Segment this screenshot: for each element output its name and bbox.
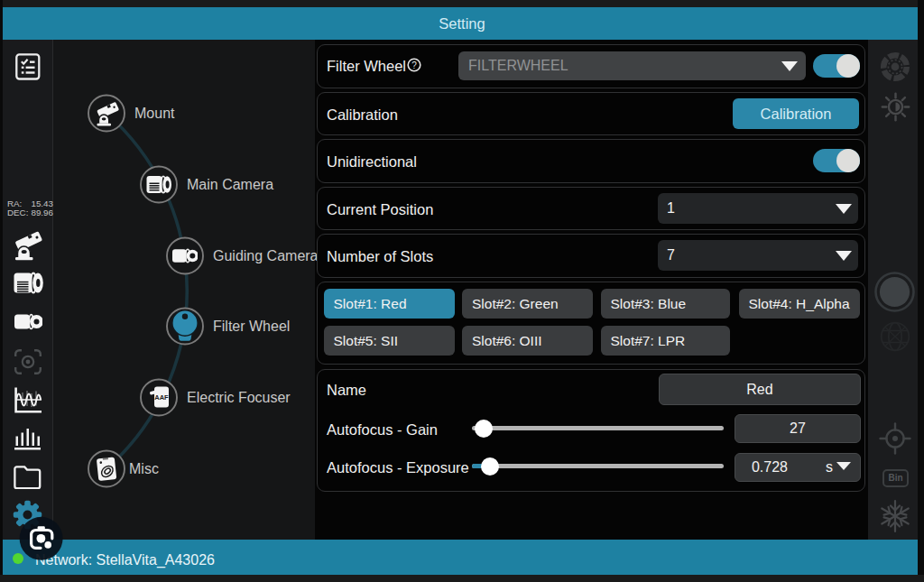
svg-text:AAF: AAF — [154, 393, 169, 402]
svg-text:?: ? — [411, 60, 417, 69]
